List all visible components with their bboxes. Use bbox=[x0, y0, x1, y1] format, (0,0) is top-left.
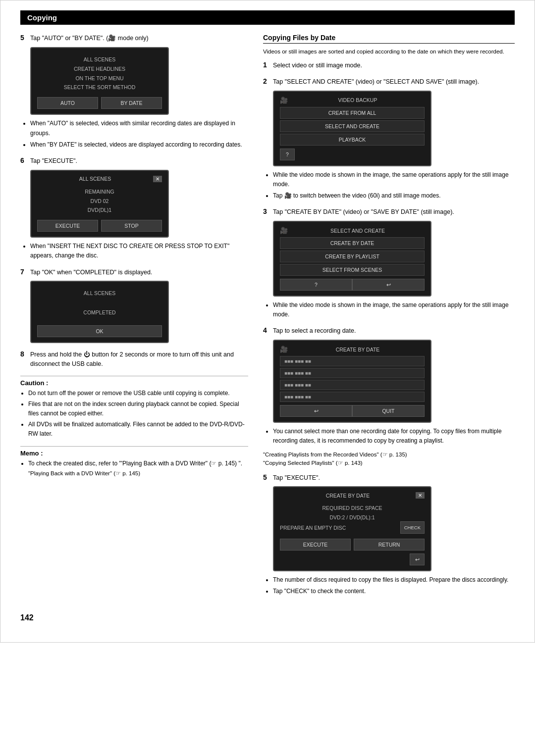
screen-execute-header: ALL SCENES ✕ bbox=[37, 176, 162, 182]
date-row-3[interactable]: ■■■ ■■■ ■■ bbox=[280, 380, 425, 390]
screen-execute-content: REMAINING DVD 02 DVD(DL)1 bbox=[37, 185, 162, 217]
step-3-right-text: Tap "CREATE BY DATE" (video) or "SAVE BY… bbox=[273, 207, 454, 217]
step-8-left: 8 Press and hold the ⏻ button for 2 seco… bbox=[20, 350, 248, 369]
select-from-scenes-btn[interactable]: SELECT FROM SCENES bbox=[280, 264, 425, 276]
section-title-copying-files: Copying Files by Date bbox=[263, 34, 515, 44]
step-5-bullet-2: Tap "CHECK" to check the content. bbox=[273, 587, 515, 596]
step-4-link-2: "Copying Selected Playlists" (☞ p. 143) bbox=[263, 459, 515, 466]
step-4-right-number: 4 bbox=[263, 326, 270, 334]
step-2-right-header: 2 Tap "SELECT AND CREATE" (video) or "SE… bbox=[263, 77, 515, 87]
step-4-right: 4 Tap to select a recording date. 🎥 CREA… bbox=[263, 326, 515, 466]
step-4-note-list: You cannot select more than one recordin… bbox=[273, 427, 515, 446]
auto-button[interactable]: AUTO bbox=[37, 97, 98, 109]
memo-list: To check the created disc, refer to "'Pl… bbox=[28, 459, 248, 468]
screen-execute-title: ALL SCENES bbox=[37, 176, 153, 182]
caution-list: Do not turn off the power or remove the … bbox=[28, 389, 248, 439]
step-2-right-number: 2 bbox=[263, 77, 270, 85]
step-3-right: 3 Tap "CREATE BY DATE" (video) or "SAVE … bbox=[263, 207, 515, 319]
create-from-all-btn[interactable]: CREATE FROM ALL bbox=[280, 107, 425, 119]
cam-icon-create-by-date: 🎥 bbox=[280, 346, 288, 353]
caution-item-2: Files that are not on the index screen d… bbox=[28, 400, 248, 418]
back-btn-1[interactable]: ↩ bbox=[352, 279, 425, 291]
step-1-right-header: 1 Select video or still image mode. bbox=[263, 61, 515, 70]
screen-execute-close[interactable]: ✕ bbox=[153, 176, 162, 182]
step-1-right-text: Select video or still image mode. bbox=[273, 61, 362, 70]
step-4-right-text: Tap to select a recording date. bbox=[273, 326, 356, 336]
step-6-number: 6 bbox=[20, 156, 27, 164]
execute-btn-2[interactable]: EXECUTE bbox=[280, 539, 351, 551]
step-5-left: 5 Tap "AUTO" or "BY DATE". (🎥 mode only)… bbox=[20, 34, 248, 150]
step-6-left: 6 Tap "EXECUTE". ALL SCENES ✕ REMAINING … bbox=[20, 156, 248, 261]
create-by-date-btn[interactable]: CREATE BY DATE bbox=[280, 237, 425, 249]
select-create-title: SELECT AND CREATE bbox=[291, 228, 425, 234]
screen-video-icon-bar: 🎥 VIDEO BACKUP bbox=[280, 97, 425, 104]
quit-btn[interactable]: QUIT bbox=[352, 405, 425, 417]
step-6-text: Tap "EXECUTE". bbox=[30, 156, 77, 166]
execute-stop-buttons: EXECUTE STOP bbox=[37, 220, 162, 232]
bullet-video-mode-2: Tap 🎥 to switch between the video (60i) … bbox=[273, 191, 515, 201]
screen-create-by-date-footer: ↩ QUIT bbox=[280, 405, 425, 417]
date-row-2[interactable]: ■■■ ■■■ ■■ bbox=[280, 368, 425, 378]
bullet-insert-disc: When "INSERT THE NEXT DISC TO CREATE OR … bbox=[30, 242, 248, 260]
page-title: Copying bbox=[27, 13, 57, 22]
bydate-button[interactable]: BY DATE bbox=[101, 97, 162, 109]
step-5-right-text: Tap "EXECUTE". bbox=[273, 473, 320, 483]
ok-button[interactable]: OK bbox=[37, 325, 162, 337]
execute-button[interactable]: EXECUTE bbox=[37, 220, 98, 232]
caution-item-1: Do not turn off the power or remove the … bbox=[28, 389, 248, 398]
step-5-right-header: 5 Tap "EXECUTE". bbox=[263, 473, 515, 483]
step-1-right-number: 1 bbox=[263, 61, 270, 69]
cam-icon-video-backup: 🎥 bbox=[280, 97, 288, 104]
step-8-text: Press and hold the ⏻ button for 2 second… bbox=[30, 350, 248, 369]
cam-icon-select-create: 🎥 bbox=[280, 227, 288, 234]
step-3-right-header: 3 Tap "CREATE BY DATE" (video) or "SAVE … bbox=[263, 207, 515, 217]
return-btn[interactable]: RETURN bbox=[354, 539, 425, 551]
screen-select-create-icon-bar: 🎥 SELECT AND CREATE bbox=[280, 227, 425, 234]
caution-title: Caution : bbox=[20, 379, 248, 387]
section-intro: Videos or still images are sorted and co… bbox=[263, 48, 515, 56]
prepare-disc-row: PREPARE AN EMPTY DISC CHECK bbox=[280, 522, 425, 534]
bullet-video-mode-1: While the video mode is shown in the ima… bbox=[273, 170, 515, 189]
bullet-auto: When "AUTO" is selected, videos with sim… bbox=[30, 119, 248, 138]
step-8-header: 8 Press and hold the ⏻ button for 2 seco… bbox=[20, 350, 248, 369]
date-row-1[interactable]: ■■■ ■■■ ■■ bbox=[280, 356, 425, 366]
caution-item-3: All DVDs will be finalized automatically… bbox=[28, 420, 248, 439]
page: Copying 5 Tap "AUTO" or "BY DATE". (🎥 mo… bbox=[0, 0, 535, 643]
select-and-create-btn[interactable]: SELECT AND CREATE bbox=[280, 120, 425, 132]
playback-btn[interactable]: PLAYBACK bbox=[280, 134, 425, 146]
memo-link: "Playing Back with a DVD Writer" (☞ p. 1… bbox=[28, 470, 248, 477]
step-4-link-1: "Creating Playlists from the Recorded Vi… bbox=[263, 451, 515, 458]
back-btn-3[interactable]: ↩ bbox=[410, 554, 425, 565]
stop-button[interactable]: STOP bbox=[101, 220, 162, 232]
step-7-header: 7 Tap "OK" when "COMPLETED" is displayed… bbox=[20, 268, 248, 277]
screen-auto-bydate: ALL SCENES CREATE HEADLINES ON THE TOP M… bbox=[30, 47, 169, 115]
step-7-left: 7 Tap "OK" when "COMPLETED" is displayed… bbox=[20, 268, 248, 344]
create-by-date-title: CREATE BY DATE bbox=[291, 347, 425, 353]
back-btn-2[interactable]: ↩ bbox=[280, 405, 352, 417]
caution-box: Caution : Do not turn off the power or r… bbox=[20, 376, 248, 439]
step-5-bullets: When "AUTO" is selected, videos with sim… bbox=[30, 119, 248, 150]
screen-completed-text: COMPLETED bbox=[37, 300, 162, 325]
step-5-text: Tap "AUTO" or "BY DATE". (🎥 mode only) bbox=[30, 34, 149, 43]
step-1-right: 1 Select video or still image mode. bbox=[263, 61, 515, 70]
memo-box: Memo : To check the created disc, refer … bbox=[20, 446, 248, 477]
screen-disc-space-title: CREATE BY DATE bbox=[280, 493, 416, 499]
question-btn-2[interactable]: ? bbox=[280, 279, 352, 291]
screen-disc-space-close[interactable]: ✕ bbox=[416, 492, 425, 499]
auto-bydate-buttons: AUTO BY DATE bbox=[37, 97, 162, 109]
question-btn-1[interactable]: ? bbox=[280, 149, 295, 160]
step-3-right-bullets: While the video mode is shown in the ima… bbox=[273, 301, 515, 319]
back-btn-container: ↩ bbox=[280, 554, 425, 565]
step-5-right-number: 5 bbox=[263, 473, 270, 481]
date-row-4[interactable]: ■■■ ■■■ ■■ bbox=[280, 392, 425, 402]
screen-execute-disc-space: CREATE BY DATE ✕ REQUIRED DISC SPACE DVD… bbox=[273, 486, 431, 571]
check-button[interactable]: CHECK bbox=[400, 521, 425, 534]
step-4-right-header: 4 Tap to select a recording date. bbox=[263, 326, 515, 336]
memo-title: Memo : bbox=[20, 450, 248, 457]
screen-completed-title: ALL SCENES bbox=[37, 287, 162, 300]
step-7-text: Tap "OK" when "COMPLETED" is displayed. bbox=[30, 268, 152, 277]
memo-item-1: To check the created disc, refer to "'Pl… bbox=[28, 459, 248, 468]
step-5-header: 5 Tap "AUTO" or "BY DATE". (🎥 mode only) bbox=[20, 34, 248, 43]
create-by-playlist-btn[interactable]: CREATE BY PLAYLIST bbox=[280, 251, 425, 262]
screen-disc-space-content: REQUIRED DISC SPACE DVD:2 / DVD(DL):1 PR… bbox=[280, 502, 425, 536]
